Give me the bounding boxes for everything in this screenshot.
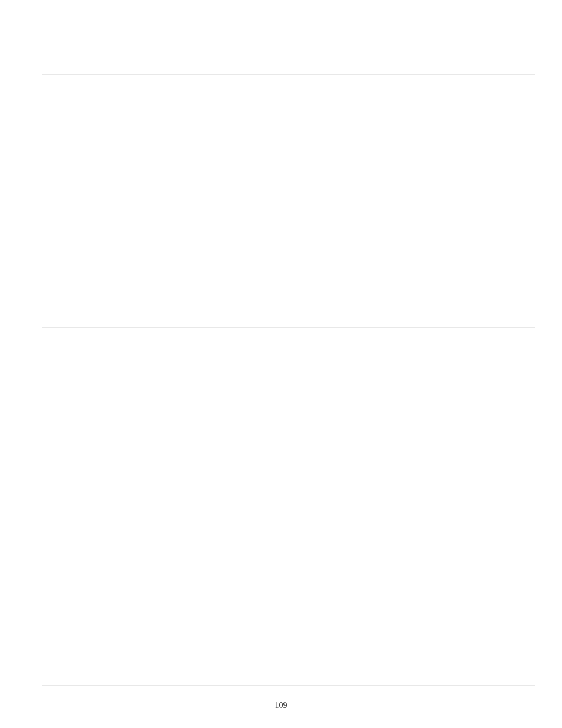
- horizontal-rule: [42, 159, 535, 159]
- horizontal-rule: [42, 555, 535, 555]
- horizontal-rule: [42, 243, 535, 243]
- horizontal-rule: [42, 685, 535, 686]
- horizontal-rule: [42, 74, 535, 75]
- document-page: 109: [0, 0, 562, 728]
- page-number: 109: [0, 701, 562, 710]
- horizontal-rule: [42, 327, 535, 328]
